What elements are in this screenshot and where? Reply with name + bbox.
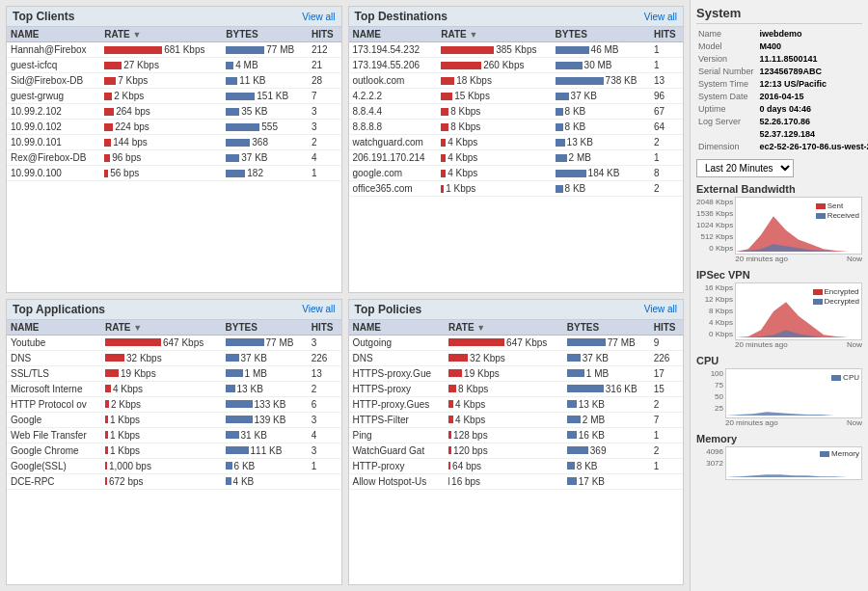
cell-hits: 67 (650, 104, 683, 120)
system-info-row: Log Server52.26.170.86 (696, 116, 868, 128)
cell-name: DCE-RPC (7, 473, 101, 489)
cell-bytes: 555 (222, 120, 308, 135)
cell-name: Allow Hotspot-Us (349, 473, 446, 489)
col-rate[interactable]: RATE ▼ (101, 320, 222, 336)
col-rate[interactable]: RATE ▼ (445, 320, 563, 336)
cell-hits: 13 (308, 365, 341, 381)
cell-name: HTTPS-proxy (349, 381, 446, 396)
col-rate[interactable]: RATE ▼ (100, 27, 222, 42)
cell-bytes: 369 (563, 443, 650, 458)
table-row: HTTPS-Filter4 Kbps2 MB7 (349, 412, 684, 427)
table-row: Google Chrome1 Kbps111 KB3 (7, 443, 341, 458)
cell-name: 4.2.2.2 (349, 89, 438, 104)
table-row: Outgoing647 Kbps77 MB9 (349, 335, 684, 350)
col-rate[interactable]: RATE ▼ (437, 27, 551, 42)
top-destinations-view-all[interactable]: View all (644, 12, 677, 22)
top-applications-view-all[interactable]: View all (302, 304, 335, 314)
cell-name: HTTP Protocol ov (7, 396, 101, 412)
cell-rate: 32 Kbps (445, 350, 563, 365)
cell-name: google.com (349, 166, 438, 181)
table-row: guest-icfcq27 Kbps4 MB21 (7, 58, 341, 73)
cell-rate: 64 bps (445, 458, 563, 473)
cell-bytes: 13 KB (552, 135, 650, 150)
svg-marker-5 (726, 474, 861, 477)
cpu-y4: 25 (696, 403, 723, 415)
system-info-row: 52.37.129.184 (696, 128, 868, 141)
vpn-legend: Encrypted Decrypted (813, 287, 859, 306)
system-info-row: Uptime0 days 04:46 (696, 103, 868, 116)
time-range-select[interactable]: Last 20 Minutes (696, 159, 794, 177)
top-applications-title: Top Applications (13, 303, 105, 316)
cell-bytes: 184 KB (552, 166, 650, 181)
cell-name: HTTP-proxy.Gues (349, 396, 446, 412)
table-row: google.com4 Kbps184 KB8 (349, 166, 684, 181)
cell-hits: 1 (308, 166, 341, 181)
table-row: WatchGuard Gat120 bps3692 (349, 443, 684, 458)
table-row: Hannah@Firebox681 Kbps77 MB212 (7, 42, 341, 58)
cell-name: 10.99.2.102 (7, 104, 100, 120)
system-field-label: Version (696, 53, 758, 66)
system-field-label: Serial Number (696, 66, 758, 78)
top-policies-view-all[interactable]: View all (644, 304, 677, 314)
cell-hits: 15 (650, 381, 683, 396)
vpn-y1: 16 Kbps (696, 282, 733, 294)
cell-name: 173.194.55.206 (349, 58, 438, 73)
system-info-row: Dimensionec2-52-26-170-86.us-west-2.comp… (696, 141, 868, 153)
cell-rate: 1 Kbps (101, 412, 222, 427)
bw-x-right: Now (847, 255, 862, 263)
cell-bytes: 4 MB (222, 58, 308, 73)
table-row: 8.8.4.48 Kbps8 KB67 (349, 104, 684, 120)
cell-hits: 1 (650, 42, 683, 58)
table-row: Sid@Firebox-DB7 Kbps11 KB28 (7, 73, 341, 89)
cell-hits: 226 (650, 350, 683, 365)
cell-name: HTTP-proxy (349, 458, 446, 473)
cell-bytes: 4 KB (222, 473, 308, 489)
cell-bytes: 77 MB (563, 335, 650, 350)
bw-y4: 512 Kbps (696, 231, 733, 243)
cell-rate: 4 Kbps (101, 381, 222, 396)
cell-hits: 226 (308, 350, 341, 365)
bw-legend: Sent Received (816, 201, 859, 220)
cell-bytes: 2 MB (552, 150, 650, 166)
col-hits: HITS (308, 27, 341, 42)
cpu-x-right: Now (847, 418, 862, 427)
table-row: Youtube647 Kbps77 MB3 (7, 335, 341, 350)
cell-name: Google(SSL) (7, 458, 101, 473)
cell-bytes: 6 KB (222, 458, 308, 473)
cell-rate: 96 bps (100, 150, 222, 166)
col-bytes: BYTES (552, 27, 650, 42)
cell-name: HTTPS-Filter (349, 412, 446, 427)
cpu-legend: CPU (831, 373, 859, 382)
system-info-row: System Date2016-04-15 (696, 91, 868, 103)
cell-bytes: 77 MB (222, 335, 308, 350)
table-row: 4.2.2.215 Kbps37 KB96 (349, 89, 684, 104)
ipsec-section: IPSec VPN 16 Kbps 12 Kbps 8 Kbps 4 Kbps … (696, 269, 862, 349)
table-row: DNS32 Kbps37 KB226 (349, 350, 684, 365)
cell-rate: 4 Kbps (445, 396, 563, 412)
cell-rate: 19 Kbps (101, 365, 222, 381)
svg-marker-0 (736, 216, 861, 252)
table-row: outlook.com18 Kbps738 KB13 (349, 73, 684, 89)
cell-rate: 385 Kbps (437, 42, 551, 58)
cell-bytes: 2 MB (563, 412, 650, 427)
cell-bytes: 182 (222, 166, 308, 181)
cell-hits: 7 (650, 412, 683, 427)
cell-name: HTTPS-proxy.Gue (349, 365, 446, 381)
cell-hits: 21 (308, 58, 341, 73)
top-policies-table: NAME RATE ▼ BYTES HITS Outgoing647 Kbps7… (349, 320, 684, 490)
cell-name: Outgoing (349, 335, 446, 350)
cell-bytes: 46 MB (552, 42, 650, 58)
col-bytes: BYTES (563, 320, 650, 336)
table-row: HTTP Protocol ov2 Kbps133 KB6 (7, 396, 341, 412)
cell-rate: 4 Kbps (437, 150, 551, 166)
cell-bytes: 13 KB (222, 381, 308, 396)
cell-rate: 4 Kbps (437, 135, 551, 150)
system-field-label: Uptime (696, 103, 758, 116)
cell-bytes: 1 MB (563, 365, 650, 381)
cell-bytes: 139 KB (222, 412, 308, 427)
cell-hits: 8 (650, 166, 683, 181)
cell-name: 8.8.8.8 (349, 120, 438, 135)
cell-hits: 3 (308, 335, 341, 350)
col-hits: HITS (650, 320, 683, 336)
top-clients-view-all[interactable]: View all (302, 12, 335, 22)
